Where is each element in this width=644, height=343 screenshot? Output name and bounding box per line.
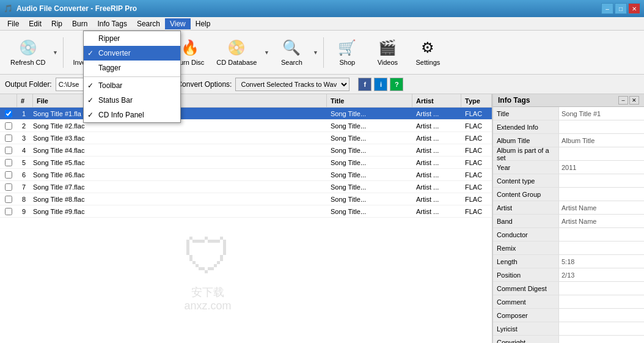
info-value-9[interactable]: [559, 228, 644, 241]
menu-item-cd-info-panel-label: CD Info Panel: [98, 111, 144, 119]
row-file-2: Song Title #3.flac: [29, 135, 327, 142]
info-value-2[interactable]: [559, 134, 644, 147]
menu-search[interactable]: Search: [132, 18, 165, 29]
info-value-6[interactable]: [559, 188, 644, 201]
row-type-5: FLAC: [461, 171, 492, 179]
info-value-4[interactable]: [559, 161, 644, 174]
row-num-0: 1: [17, 110, 29, 117]
videos-button[interactable]: 🎬 Videos: [368, 34, 407, 71]
table-row[interactable]: 1 Song Title #1.fla Song Title... Artist…: [0, 108, 492, 120]
menu-item-status-bar[interactable]: Status Bar: [84, 93, 180, 108]
info-value-1[interactable]: [559, 120, 644, 133]
table-row[interactable]: 2 Song Title #2.flac Song Title... Artis…: [0, 120, 492, 132]
close-button[interactable]: ✕: [628, 3, 640, 14]
info-row: Content Group: [493, 188, 644, 201]
row-file-1: Song Title #2.flac: [29, 122, 327, 130]
table-row[interactable]: 7 Song Title #7.flac Song Title... Artis…: [0, 181, 492, 193]
row-title-5: Song Title...: [327, 171, 412, 179]
info-row: Band: [493, 215, 644, 228]
row-checkbox-0[interactable]: [0, 110, 17, 117]
menu-item-tagger[interactable]: Tagger: [84, 61, 180, 75]
info-row: Composer: [493, 309, 644, 322]
row-num-3: 4: [17, 147, 29, 154]
table-row[interactable]: 4 Song Title #4.flac Song Title... Artis…: [0, 144, 492, 157]
convert-options-select[interactable]: Convert Selected Tracks to Wav Convert A…: [235, 78, 349, 91]
row-checkbox-5[interactable]: [0, 171, 17, 179]
settings-button[interactable]: ⚙ Settings: [408, 34, 447, 71]
refresh-cd-group: 💿 Refresh CD ▼: [5, 34, 59, 71]
menu-item-status-bar-label: Status Bar: [98, 96, 133, 105]
info-label-0: Title: [493, 107, 559, 120]
row-checkbox-6[interactable]: [0, 183, 17, 191]
info-label-15: Composer: [493, 309, 559, 322]
burn-disc-icon: 🔥: [181, 39, 199, 56]
info-value-11[interactable]: [559, 255, 644, 268]
search-arrow[interactable]: ▼: [311, 34, 320, 71]
row-checkbox-8[interactable]: [0, 208, 17, 215]
menu-edit[interactable]: Edit: [24, 18, 46, 29]
info-value-5[interactable]: [559, 174, 644, 187]
table-row[interactable]: 6 Song Title #6.flac Song Title... Artis…: [0, 169, 492, 181]
minimize-button[interactable]: –: [601, 3, 613, 14]
menu-item-ripper-label: Ripper: [98, 34, 120, 43]
toolbar-sep-2: [323, 37, 324, 68]
table-row[interactable]: 5 Song Title #5.flac Song Title... Artis…: [0, 157, 492, 169]
menu-rip[interactable]: Rip: [46, 18, 67, 29]
menu-info-tags[interactable]: Info Tags: [92, 18, 131, 29]
info-value-16[interactable]: [559, 322, 644, 335]
row-type-6: FLAC: [461, 183, 492, 191]
table-row[interactable]: 3 Song Title #3.flac Song Title... Artis…: [0, 132, 492, 144]
row-checkbox-7[interactable]: [0, 196, 17, 203]
menu-item-ripper[interactable]: Ripper: [84, 31, 180, 46]
info-label-4: Year: [493, 161, 559, 174]
search-button[interactable]: 🔍 Search: [272, 34, 311, 71]
menu-item-toolbar[interactable]: Toolbar: [84, 78, 180, 93]
cd-database-label: CD Database: [216, 59, 257, 66]
info-panel-minimize[interactable]: –: [618, 96, 628, 105]
info-panel-close[interactable]: ✕: [629, 96, 639, 105]
menu-burn[interactable]: Burn: [67, 18, 92, 29]
menu-item-converter[interactable]: Converter: [84, 46, 180, 61]
info-row: Position: [493, 268, 644, 282]
info-value-14[interactable]: [559, 295, 644, 308]
row-num-8: 9: [17, 208, 29, 215]
row-artist-7: Artist ...: [412, 196, 461, 203]
col-header-check: [0, 94, 17, 107]
refresh-cd-arrow[interactable]: ▼: [51, 34, 59, 71]
row-checkbox-3[interactable]: [0, 147, 17, 154]
info-value-13[interactable]: [559, 282, 644, 295]
menu-item-cd-info-panel[interactable]: CD Info Panel: [84, 108, 180, 122]
menu-view[interactable]: View: [165, 18, 191, 29]
row-checkbox-1[interactable]: [0, 122, 17, 130]
shop-button[interactable]: 🛒 Shop: [327, 34, 367, 71]
info-value-15[interactable]: [559, 309, 644, 322]
refresh-cd-button[interactable]: 💿 Refresh CD: [5, 34, 51, 71]
info-label-13: Comment Digest: [493, 282, 559, 295]
info-value-17[interactable]: [559, 336, 644, 343]
row-artist-8: Artist ...: [412, 208, 461, 215]
title-bar: 🎵 Audio File Converter - FreeRIP Pro – □…: [0, 0, 644, 17]
menu-separator-1: [84, 76, 180, 77]
cd-database-button[interactable]: 📀 CD Database: [211, 34, 262, 71]
info-value-8[interactable]: [559, 215, 644, 227]
info-value-7[interactable]: [559, 201, 644, 214]
menu-help[interactable]: Help: [191, 18, 216, 29]
info-value-0[interactable]: [559, 107, 644, 120]
info-row: Title: [493, 107, 644, 120]
row-num-7: 8: [17, 196, 29, 203]
info-button[interactable]: i: [374, 78, 387, 91]
info-value-12[interactable]: [559, 268, 644, 281]
cd-database-arrow[interactable]: ▼: [262, 34, 271, 71]
help-button[interactable]: ?: [390, 78, 403, 91]
info-value-3[interactable]: [559, 147, 644, 160]
row-checkbox-2[interactable]: [0, 135, 17, 142]
info-value-10[interactable]: [559, 242, 644, 254]
table-row[interactable]: 9 Song Title #9.flac Song Title... Artis…: [0, 205, 492, 218]
menu-file[interactable]: File: [2, 18, 24, 29]
table-row[interactable]: 8 Song Title #8.flac Song Title... Artis…: [0, 193, 492, 205]
row-checkbox-4[interactable]: [0, 159, 17, 166]
row-file-8: Song Title #9.flac: [29, 208, 327, 215]
info-row: Extended Info: [493, 120, 644, 134]
maximize-button[interactable]: □: [615, 3, 627, 14]
facebook-button[interactable]: f: [358, 78, 371, 91]
